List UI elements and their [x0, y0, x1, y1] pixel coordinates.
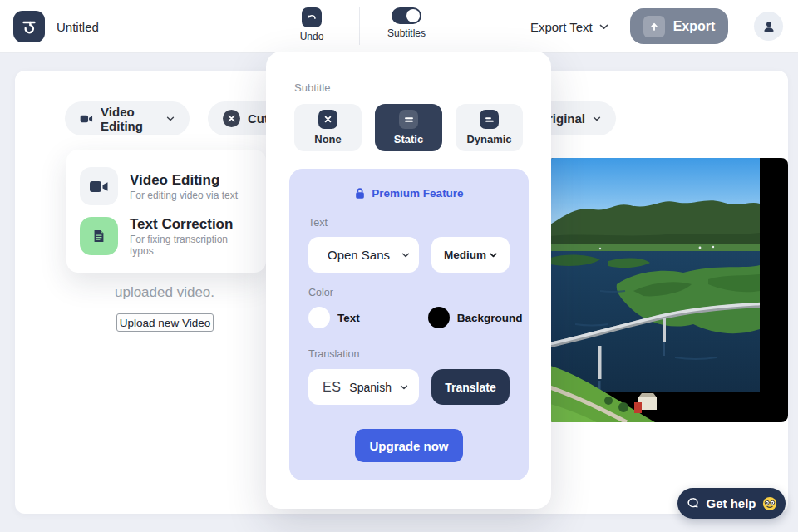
- translation-section-label: Translation: [308, 348, 359, 360]
- chevron-down-icon: [401, 253, 410, 258]
- subtitle-type-options: None Static Dynamic: [294, 104, 524, 151]
- mode-dropdown-menu: Video Editing For editing video via text…: [66, 150, 266, 273]
- dynamic-subtitle-icon: [480, 110, 499, 129]
- language-code: ES: [323, 380, 341, 395]
- user-avatar[interactable]: [754, 12, 783, 41]
- menu-item-text-correction[interactable]: Text Correction For fixing transcription…: [80, 211, 253, 261]
- toggle-on-icon[interactable]: [392, 7, 421, 24]
- document-title[interactable]: Untitled: [57, 0, 99, 53]
- option-label: None: [314, 133, 342, 145]
- upload-new-video-button[interactable]: Upload new Video: [116, 313, 214, 332]
- text-color-swatch[interactable]: [308, 307, 330, 328]
- premium-feature-card: Premium Feature Text Open Sans Medium Co…: [289, 169, 529, 480]
- app-logo-icon[interactable]: [13, 11, 45, 42]
- get-help-label: Get help: [706, 496, 756, 510]
- menu-item-subtitle: For editing video via text: [130, 190, 238, 201]
- font-weight-value: Medium: [444, 249, 486, 261]
- menu-item-subtitle: For fixing transcription typos: [130, 234, 253, 257]
- language-select-value: Spanish: [349, 381, 392, 394]
- nerd-face-emoji-icon: [762, 496, 777, 511]
- get-help-button[interactable]: Get help: [677, 488, 786, 519]
- chevron-down-icon: [593, 116, 601, 121]
- export-text-label: Export Text: [530, 20, 593, 34]
- option-label: Static: [394, 133, 423, 145]
- subtitles-label: Subtitles: [387, 27, 426, 39]
- app-root: Untitled Undo Subtitles Export Text: [0, 0, 798, 532]
- menu-item-title: Video Editing: [130, 171, 238, 189]
- chevron-down-icon: [599, 24, 608, 30]
- mode-dropdown-label: Video Editing: [101, 105, 159, 133]
- font-weight-select[interactable]: Medium: [431, 237, 510, 273]
- premium-badge-label: Premium Feature: [372, 187, 463, 200]
- static-subtitle-icon: [399, 110, 418, 129]
- lock-icon: [354, 187, 366, 200]
- menu-item-video-editing[interactable]: Video Editing For editing video via text: [80, 161, 253, 211]
- video-camera-icon: [80, 112, 93, 126]
- undo-label: Undo: [300, 31, 324, 42]
- chevron-down-icon: [490, 253, 497, 258]
- upload-arrow-icon: [643, 16, 665, 37]
- subtitle-section-label: Subtitle: [294, 81, 330, 94]
- chevron-down-icon: [400, 385, 408, 390]
- text-color-label: Text: [337, 312, 360, 324]
- cut-icon: [223, 110, 240, 127]
- export-text-dropdown[interactable]: Export Text: [530, 0, 608, 53]
- text-section-label: Text: [308, 217, 328, 229]
- transcript-placeholder-text: uploaded video.: [65, 284, 264, 301]
- option-label: Dynamic: [466, 133, 511, 145]
- subtitles-toggle[interactable]: Subtitles: [377, 7, 436, 39]
- language-select[interactable]: ES Spanish: [308, 369, 419, 405]
- color-section-label: Color: [308, 287, 333, 298]
- subtitle-option-dynamic[interactable]: Dynamic: [456, 104, 523, 151]
- subtitle-option-none[interactable]: None: [294, 104, 362, 151]
- document-icon: [80, 217, 118, 255]
- color-swatches: Text Background: [308, 307, 510, 328]
- export-button-label: Export: [673, 19, 716, 34]
- video-preview[interactable]: [550, 158, 788, 422]
- top-bar: Untitled Undo Subtitles Export Text: [0, 0, 798, 53]
- chat-bubble-icon: [686, 496, 700, 510]
- font-select[interactable]: Open Sans: [308, 237, 419, 273]
- none-x-icon: [318, 110, 337, 129]
- subtitle-option-static[interactable]: Static: [375, 104, 442, 151]
- subtitle-settings-panel: Subtitle None Static Dynamic: [266, 52, 551, 509]
- export-button[interactable]: Export: [630, 8, 728, 44]
- font-select-value: Open Sans: [328, 248, 390, 262]
- header-divider: [359, 7, 360, 45]
- chevron-down-icon: [166, 116, 175, 121]
- premium-badge: Premium Feature: [289, 187, 529, 200]
- undo-icon: [302, 7, 322, 27]
- background-color-swatch[interactable]: [428, 307, 450, 328]
- translate-button[interactable]: Translate: [431, 369, 510, 405]
- menu-item-title: Text Correction: [130, 215, 253, 233]
- person-icon: [761, 18, 777, 35]
- video-frame-landscape: [550, 158, 760, 422]
- undo-button[interactable]: Undo: [283, 7, 341, 42]
- upgrade-now-button[interactable]: Upgrade now: [355, 429, 463, 462]
- video-camera-icon: [80, 167, 118, 205]
- background-color-label: Background: [457, 312, 523, 324]
- mode-dropdown[interactable]: Video Editing: [65, 101, 190, 135]
